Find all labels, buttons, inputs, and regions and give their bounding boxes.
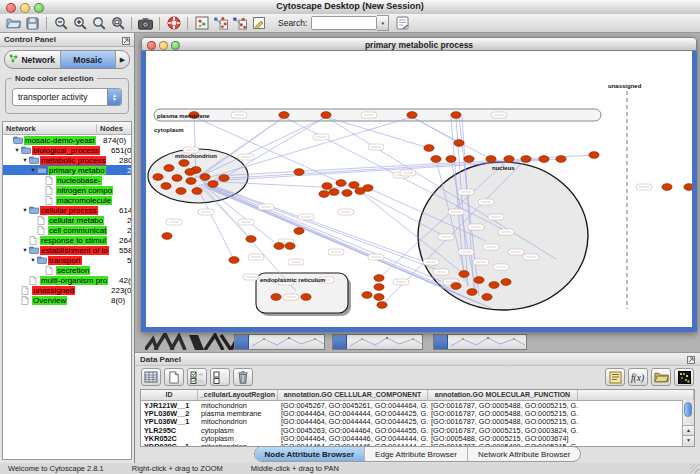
matrix-icon[interactable]: [674, 368, 694, 386]
graph-node[interactable]: [459, 271, 469, 278]
minimized-network-window[interactable]: [332, 334, 423, 350]
help-icon[interactable]: [164, 15, 183, 31]
graph-node[interactable]: [662, 184, 672, 191]
table-column-header[interactable]: [578, 390, 694, 400]
table-column-header[interactable]: ID: [141, 390, 198, 400]
expander-icon[interactable]: ▼: [29, 257, 37, 263]
graph-node[interactable]: [451, 112, 461, 119]
graph-node[interactable]: [186, 178, 196, 185]
expander-icon[interactable]: ▼: [21, 157, 29, 163]
graph-node[interactable]: [482, 294, 492, 301]
minimized-network-window[interactable]: [433, 334, 527, 350]
tree-row[interactable]: unassigned223(0): [3, 285, 131, 295]
zoom-fit-icon[interactable]: [108, 15, 127, 31]
search-options-icon[interactable]: [393, 15, 412, 31]
graph-node[interactable]: [486, 156, 496, 163]
tab-network[interactable]: Network: [5, 51, 61, 68]
unselect-attributes-icon[interactable]: [210, 368, 230, 386]
table-scrollbar[interactable]: ▲ ▼: [682, 400, 694, 446]
graph-node[interactable]: [521, 156, 531, 163]
graph-node[interactable]: [153, 174, 163, 181]
graph-node[interactable]: [539, 156, 549, 163]
tab-overflow-arrow[interactable]: ▶: [116, 51, 129, 68]
graph-node[interactable]: [377, 302, 387, 309]
tab-node-attribute-browser[interactable]: Node Attribute Browser: [255, 447, 366, 461]
graph-node[interactable]: [363, 185, 373, 192]
graph-node[interactable]: [374, 284, 384, 291]
tree-row[interactable]: mosaic-demo-yeast874(0): [3, 135, 131, 145]
network-canvas[interactable]: plasma membranecytoplasmmitochondrionnuc…: [141, 51, 697, 332]
float-panel-icon[interactable]: [687, 350, 695, 368]
graph-node[interactable]: [185, 169, 195, 176]
graph-node[interactable]: [200, 174, 210, 181]
graph-node[interactable]: [349, 182, 359, 189]
search-input[interactable]: [311, 16, 377, 30]
tree-column-network[interactable]: Network: [3, 124, 97, 133]
tree-row[interactable]: ▼transport558(0): [3, 255, 131, 265]
tab-edge-attribute-browser[interactable]: Edge Attribute Browser: [365, 447, 468, 461]
select-attributes-icon[interactable]: [187, 368, 207, 386]
graph-node[interactable]: [192, 188, 202, 195]
graph-node[interactable]: [274, 243, 284, 250]
expander-icon[interactable]: ▼: [21, 247, 29, 253]
graph-node[interactable]: [329, 189, 339, 196]
graph-node[interactable]: [362, 292, 372, 299]
graph-node[interactable]: [424, 145, 434, 152]
graph-node[interactable]: [556, 156, 566, 163]
tree-row[interactable]: nitrogen compo209(0): [3, 185, 131, 195]
graph-node[interactable]: [246, 236, 256, 243]
delete-attr-icon[interactable]: [233, 368, 253, 386]
scrollbar-thumb[interactable]: [684, 402, 692, 417]
table-column-header[interactable]: _cellularLayoutRegion: [198, 390, 278, 400]
expander-icon[interactable]: ▼: [29, 167, 37, 173]
graph-node[interactable]: [219, 175, 229, 182]
tree-row[interactable]: Overview8(0): [3, 295, 131, 305]
zoom-in-icon[interactable]: [70, 15, 89, 31]
graph-node[interactable]: [374, 294, 384, 301]
graph-node[interactable]: [321, 112, 331, 119]
table-column-header[interactable]: annotation.GO CELLULAR_COMPONENT: [278, 390, 428, 400]
graph-node[interactable]: [374, 275, 384, 282]
import-attr-icon[interactable]: [651, 368, 671, 386]
minimized-network-window[interactable]: [234, 334, 325, 350]
graph-node[interactable]: [161, 183, 171, 190]
graph-node[interactable]: [179, 160, 189, 167]
graph-node[interactable]: [285, 243, 295, 250]
tree-row[interactable]: cellular metabo209(0): [3, 215, 131, 225]
graph-node[interactable]: [407, 112, 417, 119]
graph-node[interactable]: [464, 156, 474, 163]
expander-icon[interactable]: ▼: [13, 147, 21, 153]
overview-icon[interactable]: [192, 15, 211, 31]
table-column-header[interactable]: annotation.GO MOLECULAR_FUNCTION: [428, 390, 578, 400]
graph-node[interactable]: [474, 277, 484, 284]
graph-node[interactable]: [322, 183, 332, 190]
graph-node[interactable]: [684, 184, 692, 191]
tree-row[interactable]: ▼establishment of lo558(0): [3, 245, 131, 255]
tree-row[interactable]: ▼biological_process651(0): [3, 145, 131, 155]
graph-node[interactable]: [336, 180, 346, 187]
graph-node[interactable]: [589, 152, 599, 159]
graph-node[interactable]: [454, 140, 464, 147]
expander-icon[interactable]: ▼: [21, 207, 29, 213]
tree-row[interactable]: multi-organism pro42(0): [3, 275, 131, 285]
graph-node[interactable]: [301, 294, 311, 301]
table-mode-icon[interactable]: [141, 368, 161, 386]
tree-row[interactable]: ▼primary metabo209(...: [3, 165, 131, 175]
scroll-up-button[interactable]: ▲: [683, 425, 694, 435]
graph-node[interactable]: [294, 169, 304, 176]
graph-node[interactable]: [467, 289, 477, 296]
graph-node[interactable]: [446, 156, 456, 163]
new-doc-icon[interactable]: [164, 368, 184, 386]
formula-icon[interactable]: f(x): [628, 368, 648, 386]
node-color-dropdown[interactable]: transporter activity ▲▼: [12, 88, 122, 106]
graph-node[interactable]: [342, 190, 352, 197]
graph-node[interactable]: [164, 165, 174, 172]
annotate-icon[interactable]: [249, 15, 268, 31]
zoom-selected-icon[interactable]: [89, 15, 108, 31]
resize-grip[interactable]: [690, 464, 699, 473]
network-window-titlebar[interactable]: primary metabolic process: [141, 37, 697, 51]
tree-row[interactable]: response to stimul264(0): [3, 235, 131, 245]
graph-node[interactable]: [431, 156, 441, 163]
tab-mosaic[interactable]: Mosaic: [61, 51, 117, 68]
graph-node[interactable]: [319, 191, 329, 198]
